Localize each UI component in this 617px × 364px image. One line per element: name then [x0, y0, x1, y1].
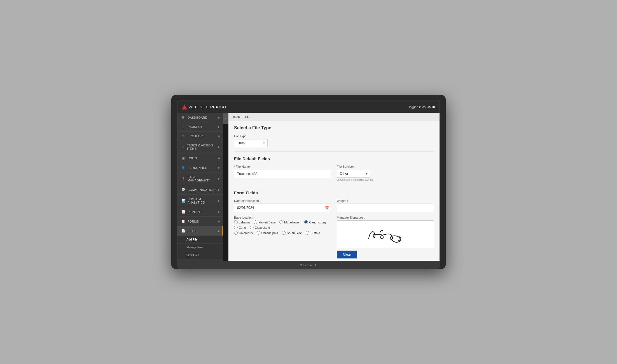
- date-of-inspection-label: Date of Inspection :: [234, 199, 331, 202]
- radio-philadelphia-input[interactable]: [257, 231, 260, 235]
- sidebar-sub-item-manage-files[interactable]: Manage Files: [177, 244, 223, 251]
- files-icon: 📄: [181, 229, 185, 233]
- file-servicer-label: File Servicer:: [337, 165, 434, 168]
- radio-south-side[interactable]: South Side: [282, 231, 302, 235]
- files-submenu: Add File Manage Files View Files: [177, 236, 223, 259]
- sidebar-item-tasks[interactable]: ☑ TASKS & ACTION ITEMS ▶: [177, 141, 223, 153]
- arrow-icon: ▶: [218, 116, 220, 119]
- file-defaults-row: File Name File Servicer: Other Internal …: [234, 165, 434, 181]
- sidebar-collapse-button[interactable]: ‹: [223, 113, 228, 124]
- file-servicer-select-wrapper: Other Internal External ▼: [337, 170, 370, 178]
- section-divider: [234, 151, 434, 152]
- sidebar-item-dashboard[interactable]: ⊞ DASHBOARD ▶: [177, 113, 223, 122]
- radio-cleaveland[interactable]: Cleaveland: [250, 226, 270, 229]
- arrow-icon: ▶: [218, 199, 220, 202]
- radio-eerie[interactable]: Eerie: [234, 226, 246, 229]
- date-input-wrapper: 📅: [234, 204, 331, 212]
- radio-buffalo[interactable]: Buffalo: [306, 231, 320, 235]
- file-servicer-col: File Servicer: Other Internal External ▼: [337, 165, 434, 181]
- content-header: ADD FILE: [228, 113, 440, 121]
- arrow-icon: ▶: [218, 177, 220, 180]
- sidebar-item-projects[interactable]: 🗂 PROJECTS ▶: [177, 132, 223, 141]
- dashboard-icon: ⊞: [181, 116, 185, 119]
- sidebar-item-label: TASKS & ACTION ITEMS: [187, 144, 219, 150]
- radio-mt-lebanon[interactable]: Mt Lebanon: [279, 220, 300, 224]
- analytics-icon: 📊: [181, 199, 185, 203]
- inspection-date-row: Date of Inspection : 📅 Weight :: [234, 199, 434, 212]
- personnel-icon: 👤: [181, 166, 185, 169]
- base-location-col: Base location : Lahaina Hawaii Base: [234, 216, 331, 258]
- file-type-select[interactable]: Truck Car Equipment Other: [234, 139, 268, 147]
- sidebar-item-label: CUSTOM ANALYTICS: [188, 197, 219, 204]
- radio-lahaina[interactable]: Lahaina: [234, 220, 250, 224]
- radio-mt-lebanon-input[interactable]: [279, 220, 283, 224]
- sidebar-item-label: FILES: [188, 229, 197, 233]
- tasks-icon: ☑: [181, 145, 185, 149]
- logo-icon: [182, 104, 187, 109]
- clear-button[interactable]: Clear: [337, 251, 357, 258]
- arrow-icon: ▶: [218, 157, 220, 160]
- radio-eerie-input[interactable]: [234, 226, 238, 229]
- weight-label: Weight :: [337, 199, 434, 202]
- arrow-icon: ▶: [218, 230, 220, 232]
- radio-canonsburg-input[interactable]: [304, 220, 308, 224]
- laptop-brand-label: MacBook: [300, 263, 317, 267]
- sidebar-sub-item-view-files[interactable]: View Files: [177, 251, 223, 259]
- weight-col: Weight :: [337, 199, 434, 212]
- file-default-fields-title: File Default Fields: [234, 156, 434, 161]
- file-name-label: File Name: [234, 165, 331, 168]
- sidebar-sub-item-add-file[interactable]: Add File: [177, 236, 223, 244]
- main-area: ⊞ DASHBOARD ▶ ! INCIDENTS ▶ 🗂 PROJECTS ▶: [177, 113, 440, 261]
- file-type-select-wrapper: Truck Car Equipment Other ▼: [234, 139, 268, 147]
- radio-hawaii-base[interactable]: Hawaii Base: [254, 220, 275, 224]
- form-fields-title: Form Fields: [234, 190, 434, 195]
- sidebar-item-forms[interactable]: 📋 FORMS ▶: [177, 217, 223, 226]
- weight-input[interactable]: [337, 204, 434, 212]
- arrow-icon: ▶: [218, 146, 220, 148]
- radio-south-side-input[interactable]: [282, 231, 286, 235]
- signature-box[interactable]: [337, 220, 434, 248]
- radio-hawaii-base-input[interactable]: [254, 220, 257, 224]
- topbar: WELLSITE REPORT logged in as Collin: [177, 101, 440, 113]
- sidebar-item-reports[interactable]: 📈 REPORTS ▶: [177, 207, 223, 217]
- forms-icon: 📋: [181, 220, 185, 223]
- radio-canonsburg[interactable]: Canonsburg: [304, 220, 326, 224]
- logo-text: WELLSITE REPORT: [189, 105, 227, 109]
- sidebar: ⊞ DASHBOARD ▶ ! INCIDENTS ▶ 🗂 PROJECTS ▶: [177, 113, 223, 261]
- laptop-frame: WELLSITE REPORT logged in as Collin ⊞ DA…: [171, 95, 446, 269]
- date-of-inspection-col: Date of Inspection : 📅: [234, 199, 331, 212]
- arrow-icon: ▶: [218, 166, 220, 169]
- projects-icon: 🗂: [181, 134, 185, 138]
- manager-signature-col: Manager Signature : Clear: [337, 216, 434, 258]
- user-info: logged in as Collin: [409, 105, 435, 109]
- file-servicer-select[interactable]: Other Internal External: [337, 170, 370, 178]
- logo: WELLSITE REPORT: [182, 104, 227, 109]
- laptop-screen: WELLSITE REPORT logged in as Collin ⊞ DA…: [177, 101, 440, 261]
- radio-lahaina-input[interactable]: [234, 220, 238, 224]
- radio-colombus-input[interactable]: [234, 231, 238, 235]
- sidebar-item-base-management[interactable]: 📍 BASE MANAGEMENT ▶: [177, 172, 223, 185]
- main-content: ADD FILE Select a File Type File Type Tr…: [228, 113, 440, 261]
- base-mgmt-icon: 📍: [181, 177, 185, 181]
- sidebar-item-units[interactable]: ▣ UNITS ▶: [177, 153, 223, 163]
- sidebar-item-personnel[interactable]: 👤 PERSONNEL ▶: [177, 163, 223, 172]
- sidebar-item-label: DASHBOARD: [188, 116, 207, 119]
- sidebar-item-label: UNITS: [188, 157, 197, 160]
- radio-philadelphia[interactable]: Philadelphia: [257, 231, 278, 235]
- base-location-label: Base location :: [234, 216, 331, 219]
- radio-colombus[interactable]: Colombus: [234, 231, 253, 235]
- sidebar-item-communications[interactable]: 💬 COMMUNICATIONS ▶: [177, 185, 223, 195]
- reports-icon: 📈: [181, 210, 185, 214]
- sidebar-item-files[interactable]: 📄 FILES ▶: [177, 226, 223, 236]
- sidebar-item-custom-analytics[interactable]: 📊 CUSTOM ANALYTICS ▶: [177, 195, 223, 207]
- file-name-input[interactable]: [234, 170, 331, 178]
- date-of-inspection-input[interactable]: [234, 204, 331, 212]
- units-icon: ▣: [181, 156, 185, 160]
- sidebar-item-label: REPORTS: [188, 210, 203, 214]
- arrow-icon: ▶: [218, 135, 220, 137]
- radio-cleaveland-input[interactable]: [250, 226, 254, 229]
- base-location-radio-group-2: Colombus Philadelphia South Side: [234, 231, 331, 235]
- sidebar-item-incidents[interactable]: ! INCIDENTS ▶: [177, 122, 223, 132]
- radio-buffalo-input[interactable]: [306, 231, 309, 235]
- manager-signature-label: Manager Signature :: [337, 216, 434, 219]
